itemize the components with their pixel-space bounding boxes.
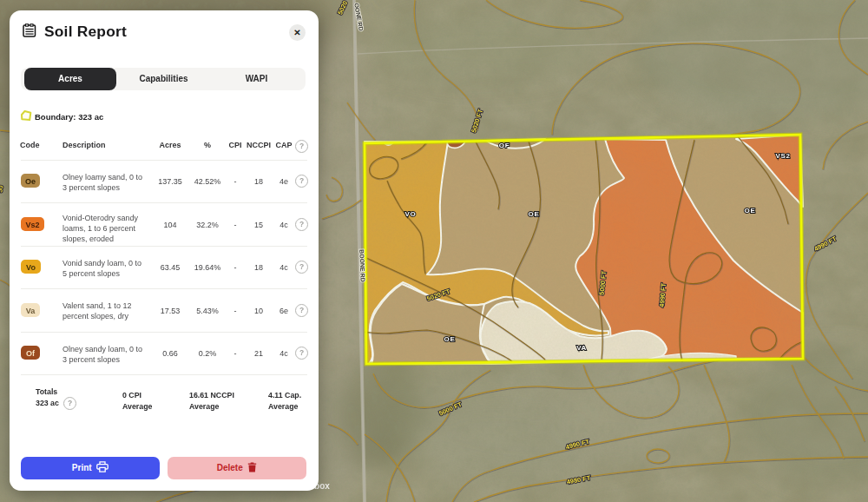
svg-text:BOONE RD: BOONE RD (358, 249, 365, 282)
svg-text:OE: OE (745, 207, 756, 215)
svg-text:VO: VO (405, 210, 417, 218)
svg-text:OF: OF (499, 142, 510, 149)
svg-text:VS2: VS2 (776, 152, 791, 160)
svg-text:OE: OE (444, 335, 456, 343)
svg-text:VA: VA (576, 344, 587, 352)
svg-text:OE: OE (529, 210, 540, 218)
